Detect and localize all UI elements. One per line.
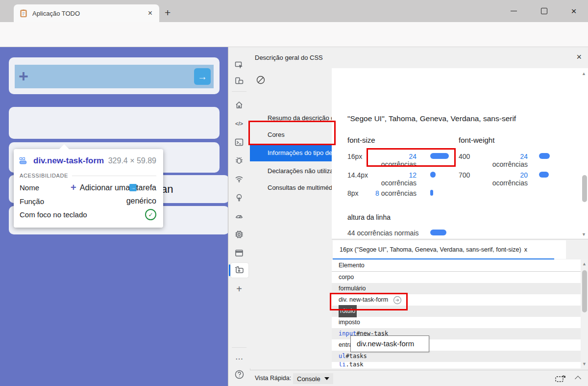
maximize-button[interactable]	[533, 0, 555, 22]
native-tooltip: div.new-task-form	[350, 335, 429, 352]
issues-lightbulb-icon[interactable]	[230, 190, 248, 205]
accessibility-section-label: ACESSIBILIDADE	[20, 173, 68, 179]
occurrence-bar	[430, 172, 436, 178]
font-weight-heading: font-weight	[459, 136, 494, 144]
css-overview-header: Descrição geral do CSS ×	[250, 47, 588, 69]
close-window-button[interactable]: ×	[563, 0, 585, 22]
occurrence-bar	[539, 153, 550, 159]
name-plus-icon: +	[71, 182, 76, 193]
scrollbar-thumb[interactable]	[582, 270, 587, 312]
font-size-count: 8 ocorrências	[375, 189, 416, 197]
css-overview-sidebar: Resumo da descrição geral Cores Informaç…	[250, 68, 332, 368]
minimize-icon	[511, 11, 517, 11]
table-header-elemento: Elemento	[332, 259, 581, 272]
new-tab-icon[interactable]: +	[165, 8, 171, 18]
filter-tab-close-icon[interactable]: x	[524, 246, 527, 253]
keyboard-focus-label: Com foco no teclado	[20, 210, 87, 219]
browser-toolbar: ← ↻ https://microsoftedge.github.io/Demo…	[0, 22, 588, 47]
application-icon[interactable]	[230, 246, 248, 260]
panel-title: Descrição geral do CSS	[255, 54, 323, 61]
inline-arrow-icon: →	[129, 184, 137, 191]
font-size-count: 12 ocorrências	[375, 171, 416, 187]
accessible-name-value: Adicionar uma	[80, 183, 130, 192]
scrollbar-thumb[interactable]	[582, 175, 587, 202]
performance-gauge-icon[interactable]	[230, 208, 248, 223]
submit-task-button[interactable]: →	[194, 68, 211, 85]
minimize-button[interactable]	[502, 0, 525, 22]
font-weight-count: 20 ocorrências	[486, 171, 528, 187]
annotation-red-box-count	[367, 148, 456, 167]
tab-close-icon[interactable]: ×	[146, 9, 154, 18]
element-badge-icon	[20, 157, 29, 164]
scroll-down-icon[interactable]: ▼	[582, 361, 587, 366]
home-icon[interactable]	[230, 98, 248, 112]
divider	[232, 347, 246, 348]
tab-strip: Aplicação TODO × + ×	[0, 0, 588, 22]
font-weight-value: 700	[459, 171, 470, 179]
bottom-tab-strip: 16px ("Segoe UI", Tahoma, Geneva, Verdan…	[332, 239, 588, 260]
dropdown-caret-icon	[324, 377, 329, 380]
network-conditions-icon[interactable]	[230, 172, 248, 186]
task-card-hidden-1[interactable]	[9, 107, 220, 139]
scroll-down-icon[interactable]: ▼	[582, 232, 586, 237]
clear-overview-icon[interactable]	[256, 75, 266, 87]
inspect-highlight-overlay[interactable]: + →	[15, 65, 214, 88]
font-size-filter-tab[interactable]: 16px ("Segoe UI", Tahoma, Geneva, Verdan…	[333, 240, 566, 259]
console-dropdown[interactable]: Console	[293, 373, 333, 384]
occurrence-bar	[430, 230, 446, 235]
inspect-element-icon[interactable]	[230, 58, 248, 73]
tooltip-dimensions: 329.4 × 59.89	[108, 156, 156, 165]
tab-title: Aplicação TODO	[32, 10, 146, 17]
table-row[interactable]: ul#tasks	[332, 351, 581, 362]
font-size-heading: font-size	[347, 136, 375, 144]
more-tools-icon[interactable]: ⋯	[230, 351, 248, 366]
annotation-red-box-sidebar	[248, 121, 336, 145]
elements-sources-icon[interactable]: </>	[230, 116, 248, 131]
help-icon[interactable]	[230, 367, 248, 382]
divider	[72, 176, 156, 176]
role-label: Função	[20, 197, 44, 206]
browser-tab[interactable]: Aplicação TODO ×	[14, 4, 159, 22]
submit-arrow-icon: →	[197, 71, 207, 82]
font-weight-count: 24 ocorrências	[486, 153, 528, 168]
table-scrollbar[interactable]: ▲	[581, 259, 588, 368]
table-row-clipped[interactable]: li.task	[332, 362, 581, 367]
scroll-up-icon[interactable]: ▲	[582, 261, 587, 266]
quick-view-label: Vista Rápida:	[255, 375, 291, 382]
dock-drawer-icon[interactable]	[555, 374, 565, 383]
console-dropdown-label: Console	[297, 375, 320, 383]
new-task-form-card: + →	[9, 57, 220, 94]
accessible-name-tail: tarefa	[136, 183, 156, 192]
font-size-value: 8px	[347, 189, 359, 197]
line-height-heading: altura da linha	[347, 213, 391, 221]
maximize-icon	[541, 8, 547, 14]
close-panel-icon[interactable]: ×	[576, 52, 582, 62]
occurrence-bar	[430, 190, 433, 196]
font-family-title: "Segoe UI", Tahoma, Geneva, Verdana, san…	[347, 114, 516, 123]
devtools-activity-bar: </> + ⋯	[229, 47, 250, 386]
clipboard-favicon	[20, 9, 27, 17]
filter-tab-label: 16px ("Segoe UI", Tahoma, Geneva, Verdan…	[340, 246, 521, 253]
name-label: Nome	[20, 183, 39, 192]
font-size-value: 16px	[347, 153, 362, 160]
annotation-red-box-row	[330, 293, 408, 310]
memory-chip-icon[interactable]	[230, 227, 248, 242]
add-tools-icon[interactable]: +	[230, 282, 248, 296]
browser-window: Aplicação TODO × + × ← ↻ https://microso…	[0, 0, 588, 386]
css-overview-icon[interactable]	[230, 263, 248, 278]
todo-app-page: + → Trocar óleo no carro de Jan Yoga com…	[0, 47, 228, 386]
console-icon[interactable]	[230, 135, 248, 150]
font-size-value: 14.4px	[347, 171, 368, 179]
debugger-icon[interactable]	[230, 153, 248, 168]
element-list-pane: 16px ("Segoe UI", Tahoma, Geneva, Verdan…	[332, 239, 588, 368]
divider	[232, 91, 246, 92]
check-icon: ✓	[145, 209, 156, 220]
inspect-tooltip: div.new-task-form 329.4 × 59.89 ACESSIBI…	[14, 149, 163, 228]
device-emulation-icon[interactable]	[230, 74, 248, 88]
line-height-summary: 44 ocorrências normais	[347, 229, 419, 237]
scroll-up-icon[interactable]: ▲	[582, 71, 586, 76]
tooltip-element-name: div.new-task-form	[33, 156, 104, 166]
table-row[interactable]: imposto	[332, 317, 581, 328]
table-row[interactable]: corpo	[332, 272, 581, 283]
collapse-chevron-icon[interactable]	[575, 376, 581, 382]
